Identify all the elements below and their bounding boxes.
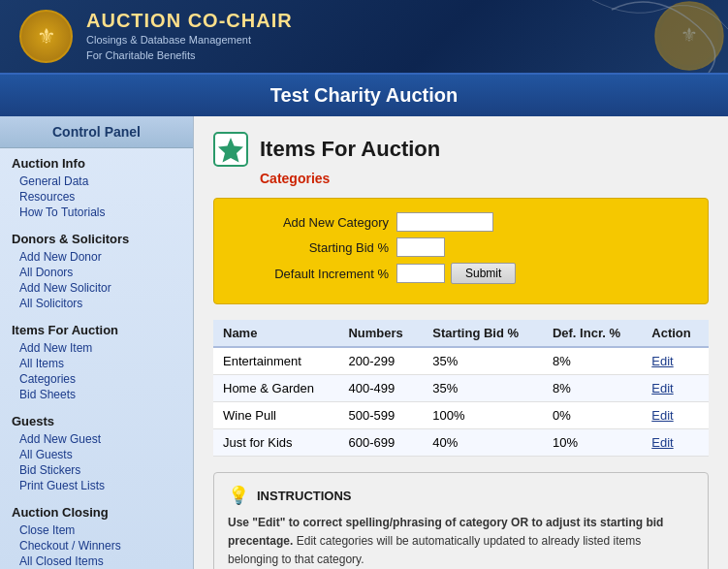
- charity-title: Test Charity Auction: [270, 84, 458, 106]
- sidebar-link-add-donor[interactable]: Add New Donor: [12, 249, 181, 265]
- instructions-box: 💡 INSTRUCTIONS Use "Edit" to correct spe…: [213, 472, 709, 569]
- content-area: Items For Auction Categories Add New Cat…: [194, 116, 728, 569]
- col-header-name: Name: [213, 320, 338, 347]
- form-row-category: Add New Category: [234, 212, 688, 232]
- instructions-title: INSTRUCTIONS: [257, 489, 352, 503]
- header-decoration: ⚜: [534, 0, 728, 73]
- sidebar-link-all-items[interactable]: All Items: [12, 356, 181, 371]
- add-category-input[interactable]: [396, 212, 493, 232]
- cell-name: Entertainment: [213, 347, 338, 375]
- page-subtitle: Categories: [260, 171, 709, 186]
- edit-link[interactable]: Edit: [651, 435, 673, 450]
- form-panel: Add New Category Starting Bid % Default …: [213, 198, 709, 304]
- sidebar-link-categories[interactable]: Categories: [12, 371, 181, 387]
- sidebar-section-items: Items For Auction Add New Item All Items…: [0, 315, 193, 406]
- sidebar-section-title-auction-info: Auction Info: [12, 156, 181, 171]
- form-row-starting-bid: Starting Bid %: [234, 237, 688, 257]
- sidebar-section-title-guests: Guests: [12, 414, 181, 428]
- table-row: Wine Pull 500-599 100% 0% Edit: [213, 402, 709, 429]
- sidebar: Control Panel Auction Info General Data …: [0, 116, 194, 569]
- header-text: AUCTION CO-CHAIR Closings & Database Man…: [86, 10, 293, 64]
- cell-action: Edit: [642, 402, 709, 429]
- table-row: Entertainment 200-299 35% 8% Edit: [213, 347, 709, 375]
- sidebar-link-all-donors[interactable]: All Donors: [12, 265, 181, 280]
- col-header-starting-bid: Starting Bid %: [423, 320, 543, 347]
- sidebar-section-guests: Guests Add New Guest All Guests Bid Stic…: [0, 406, 193, 497]
- table-row: Just for Kids 600-699 40% 10% Edit: [213, 429, 709, 457]
- sidebar-section-title-donors: Donors & Solicitors: [12, 232, 181, 246]
- cell-def-incr: 8%: [543, 347, 642, 375]
- sidebar-section-donors: Donors & Solicitors Add New Donor All Do…: [0, 224, 193, 315]
- sidebar-link-all-solicitors[interactable]: All Solicitors: [12, 296, 181, 311]
- edit-link[interactable]: Edit: [651, 381, 673, 395]
- sidebar-link-print-guest[interactable]: Print Guest Lists: [12, 478, 181, 493]
- sidebar-link-all-guests[interactable]: All Guests: [12, 447, 181, 462]
- cell-def-incr: 0%: [543, 402, 642, 429]
- app-subtitle-1: Closings & Database Management: [86, 32, 293, 48]
- lightbulb-icon: 💡: [228, 485, 249, 506]
- cell-starting-bid: 100%: [423, 402, 543, 429]
- page-title: Items For Auction: [260, 137, 440, 162]
- sidebar-section-title-closing: Auction Closing: [12, 505, 181, 520]
- cell-def-incr: 8%: [543, 375, 642, 402]
- app-subtitle-2: For Charitable Benefits: [86, 47, 293, 64]
- sidebar-section-auction-info: Auction Info General Data Resources How …: [0, 148, 193, 224]
- sidebar-link-resources[interactable]: Resources: [12, 189, 181, 205]
- col-header-def-incr: Def. Incr. %: [543, 320, 642, 347]
- sidebar-link-bid-sheets[interactable]: Bid Sheets: [12, 387, 181, 402]
- cell-numbers: 400-499: [338, 375, 423, 402]
- sidebar-section-title-items: Items For Auction: [12, 323, 181, 337]
- default-increment-input[interactable]: [396, 264, 445, 283]
- table-header-row: Name Numbers Starting Bid % Def. Incr. %…: [213, 320, 709, 347]
- header-logo-left: ⚜: [19, 10, 73, 63]
- sidebar-link-bid-stickers[interactable]: Bid Stickers: [12, 462, 181, 478]
- starting-bid-label: Starting Bid %: [234, 240, 389, 255]
- cell-numbers: 600-699: [338, 429, 423, 457]
- instructions-header: 💡 INSTRUCTIONS: [228, 485, 694, 506]
- instructions-para1: Use "Edit" to correct spelling/phrasing …: [228, 514, 694, 569]
- cell-numbers: 500-599: [338, 402, 423, 429]
- page-title-bar: Test Charity Auction: [0, 73, 728, 116]
- cell-action: Edit: [642, 429, 709, 457]
- sidebar-link-add-item[interactable]: Add New Item: [12, 340, 181, 356]
- sidebar-title: Control Panel: [0, 116, 193, 148]
- page-header: Items For Auction: [213, 132, 709, 167]
- cell-starting-bid: 35%: [423, 375, 543, 402]
- app-title: AUCTION CO-CHAIR: [86, 10, 293, 32]
- categories-table: Name Numbers Starting Bid % Def. Incr. %…: [213, 320, 709, 457]
- cell-name: Wine Pull: [213, 402, 338, 429]
- sidebar-section-closing: Auction Closing Close Item Checkout / Wi…: [0, 497, 193, 569]
- cell-starting-bid: 40%: [423, 429, 543, 457]
- add-category-label: Add New Category: [234, 215, 389, 230]
- col-header-action: Action: [642, 320, 709, 347]
- svg-text:⚜: ⚜: [681, 24, 698, 46]
- cell-numbers: 200-299: [338, 347, 423, 375]
- edit-link[interactable]: Edit: [651, 408, 673, 423]
- sidebar-link-how-to[interactable]: How To Tutorials: [12, 205, 181, 220]
- edit-link[interactable]: Edit: [651, 354, 673, 368]
- sidebar-link-add-solicitor[interactable]: Add New Solicitor: [12, 280, 181, 296]
- cell-starting-bid: 35%: [423, 347, 543, 375]
- cell-name: Just for Kids: [213, 429, 338, 457]
- app-header: ⚜ AUCTION CO-CHAIR Closings & Database M…: [0, 0, 728, 73]
- cell-def-incr: 10%: [543, 429, 642, 457]
- default-increment-label: Default Increment %: [234, 267, 389, 281]
- cell-action: Edit: [642, 347, 709, 375]
- logo-left-icon: ⚜: [37, 24, 56, 49]
- sidebar-link-general-data[interactable]: General Data: [12, 174, 181, 189]
- starting-bid-input[interactable]: [396, 237, 445, 257]
- main-layout: Control Panel Auction Info General Data …: [0, 116, 728, 569]
- sidebar-link-checkout[interactable]: Checkout / Winners: [12, 538, 181, 553]
- cell-action: Edit: [642, 375, 709, 402]
- table-row: Home & Garden 400-499 35% 8% Edit: [213, 375, 709, 402]
- sidebar-link-close-item[interactable]: Close Item: [12, 522, 181, 538]
- star-icon: [213, 132, 248, 167]
- sidebar-link-closed-items[interactable]: All Closed Items: [12, 553, 181, 569]
- submit-button[interactable]: Submit: [451, 263, 516, 284]
- col-header-numbers: Numbers: [338, 320, 423, 347]
- form-row-default-increment: Default Increment % Submit: [234, 263, 688, 284]
- cell-name: Home & Garden: [213, 375, 338, 402]
- sidebar-link-add-guest[interactable]: Add New Guest: [12, 431, 181, 447]
